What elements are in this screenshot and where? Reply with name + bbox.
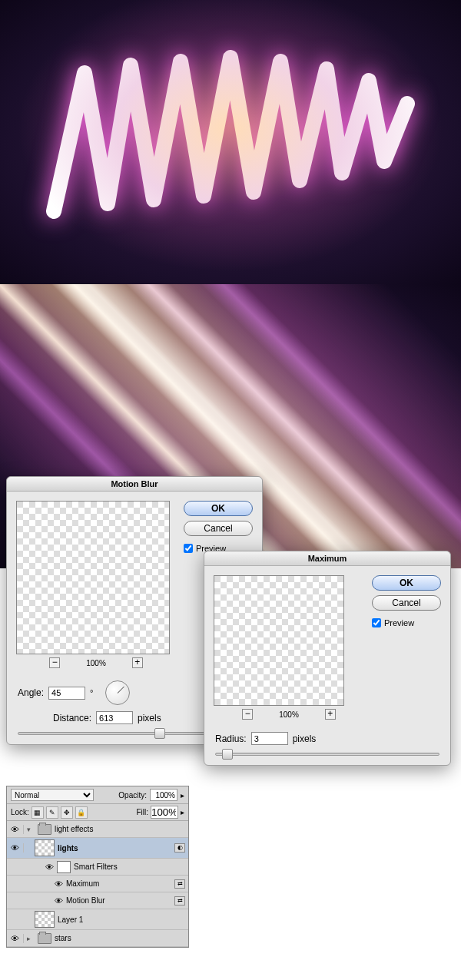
fill-input[interactable] [151,806,178,819]
radius-unit: pixels [293,733,317,744]
radius-label: Radius: [215,733,247,744]
canvas-scribble-preview [0,0,461,284]
opacity-label: Opacity: [118,791,147,800]
distance-unit: pixels [138,713,161,723]
preview-checkbox-row[interactable]: Preview [372,618,441,627]
zoom-level: 100% [279,710,299,719]
layers-panel: Normal Opacity: ▸ Lock: ▦ ✎ ✥ 🔒 Fill: ▸ … [6,786,189,948]
blend-mode-select[interactable]: Normal [11,789,94,801]
preview-checkbox[interactable] [372,618,381,627]
cancel-button[interactable]: Cancel [184,521,253,536]
layer-lights[interactable]: 👁 lights ◐ [7,838,188,859]
lock-transparency-icon[interactable]: ▦ [32,806,44,819]
lock-pixels-icon[interactable]: ✎ [46,806,58,819]
preview-checkbox-label: Preview [384,618,414,627]
ok-button[interactable]: OK [184,501,253,516]
layer-smart-filters[interactable]: 👁 Smart Filters [7,859,188,876]
layer-group-stars[interactable]: 👁 ▸ stars [7,930,188,947]
dialog-title: Maximum [204,551,450,566]
distance-input[interactable] [96,711,133,724]
zoom-out-button[interactable]: − [242,709,253,720]
zoom-level: 100% [86,659,106,667]
blending-options-icon[interactable]: ⇄ [174,896,185,906]
scribble-stroke [38,27,423,242]
layer-layer1[interactable]: Layer 1 [7,909,188,930]
visibility-eye-icon[interactable]: 👁 [45,862,54,872]
radius-input[interactable] [251,732,288,745]
radius-slider[interactable] [215,753,439,756]
layer-filter-maximum[interactable]: 👁 Maximum ⇄ [7,876,188,892]
layer-group-light-effects[interactable]: 👁 ▾ light effects [7,821,188,838]
lock-position-icon[interactable]: ✥ [61,806,73,819]
angle-input[interactable] [48,687,85,700]
lock-all-icon[interactable]: 🔒 [75,806,88,819]
cancel-button[interactable]: Cancel [372,595,441,611]
preview-thumbnail[interactable] [214,575,344,706]
zoom-out-button[interactable]: − [49,657,60,668]
layer-label: Layer 1 [58,915,83,924]
disclosure-triangle-icon[interactable]: ▾ [27,826,35,833]
dialog-title: Motion Blur [7,477,262,492]
angle-unit: ° [90,688,93,697]
disclosure-triangle-icon[interactable]: ▸ [27,935,35,942]
layer-label: Motion Blur [66,896,105,905]
layer-label: lights [58,844,78,853]
layer-thumbnail [35,839,55,856]
preview-thumbnail[interactable] [16,501,170,654]
lock-label: Lock: [11,808,29,816]
visibility-eye-icon[interactable]: 👁 [11,825,19,834]
fill-label: Fill: [136,808,148,816]
folder-icon [38,933,51,944]
layer-label: light effects [55,825,93,833]
visibility-eye-icon[interactable]: 👁 [55,896,63,906]
visibility-eye-icon[interactable]: 👁 [55,879,63,889]
fill-arrow-icon[interactable]: ▸ [181,808,184,816]
smart-object-icon[interactable]: ◐ [174,843,185,853]
distance-label: Distance: [53,713,91,723]
folder-icon [38,824,51,835]
maximum-dialog: Maximum − 100% + OK Cancel Preview [204,551,451,766]
layer-thumbnail [35,911,55,928]
angle-dial[interactable] [105,680,130,705]
opacity-arrow-icon[interactable]: ▸ [181,791,184,800]
layer-label: Maximum [66,879,99,888]
zoom-in-button[interactable]: + [132,657,143,668]
layer-label: Smart Filters [74,862,118,871]
ok-button[interactable]: OK [372,575,441,591]
layer-filter-motion-blur[interactable]: 👁 Motion Blur ⇄ [7,892,188,909]
visibility-eye-icon[interactable]: 👁 [11,934,19,943]
layer-label: stars [55,934,71,942]
blending-options-icon[interactable]: ⇄ [174,879,185,889]
filter-mask-thumbnail [57,861,71,873]
angle-label: Angle: [18,687,44,698]
zoom-in-button[interactable]: + [325,709,336,720]
preview-checkbox[interactable] [184,544,193,553]
opacity-input[interactable] [150,789,177,801]
visibility-eye-icon[interactable]: 👁 [11,843,19,853]
